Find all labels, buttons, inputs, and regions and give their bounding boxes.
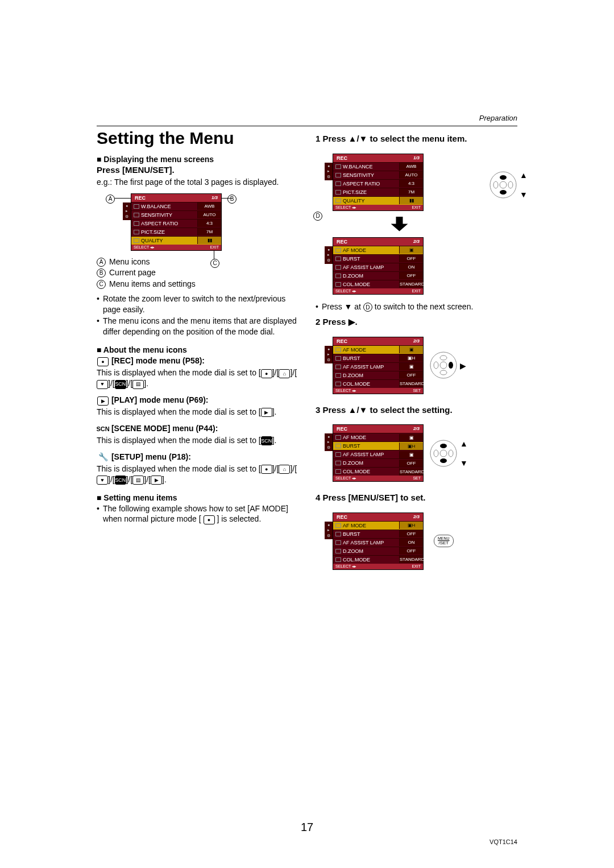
menu-title: REC — [337, 338, 347, 344]
scn-icon: SCN — [261, 436, 272, 445]
menu-row: SENSITIVITYAUTO — [333, 171, 423, 179]
menu-diagram-1: A B ●▸⚙ REC1/3 W.BALANCEAWBSENSITIVITYAU… — [131, 193, 298, 251]
svg-point-9 — [434, 362, 438, 369]
svg-point-2 — [500, 190, 507, 195]
menu-side-icons: ●▸⚙ — [325, 433, 333, 451]
svg-point-7 — [440, 356, 447, 360]
menu-rows: AF MODE▣BURST▣HAF ASSIST LAMP▣D.ZOOMOFFC… — [333, 345, 423, 388]
svg-point-8 — [440, 370, 447, 375]
play-mode-icon: ▶ — [261, 408, 272, 417]
menu-row: BURSTOFF — [333, 254, 423, 263]
menu-page: 2/3 — [413, 338, 420, 344]
legend-a: Menu icons — [109, 257, 150, 268]
legend-b-icon: B — [97, 268, 106, 278]
svg-point-4 — [508, 181, 513, 188]
callout-b: B — [227, 195, 237, 204]
mode-icon: ▤ — [132, 476, 144, 485]
menu-side-icons: ●▸⚙ — [325, 522, 333, 539]
scene-label: [SCENE MODE] menu (P44): — [111, 424, 218, 433]
play-mode-icon: ▶ — [151, 476, 162, 485]
press-menu-set: Press [MENU/SET]. — [97, 165, 298, 175]
menu-row: COL.MODESTANDARD — [333, 379, 423, 388]
menu-foot-l: SELECT ◂▸ — [134, 245, 155, 250]
svg-point-13 — [440, 444, 447, 448]
page-title: Setting the Menu — [97, 129, 298, 148]
rec-mode-row: ● [REC] mode menu (P58): — [97, 356, 298, 366]
step1-note: Press ▼ at D to switch to the next scree… — [316, 301, 517, 312]
menu-side-icons: ●▸⚙ — [123, 202, 131, 220]
menu-row: QUALITY▮▮ — [333, 196, 423, 205]
scn-icon: SCN — [115, 380, 126, 389]
menu-page: 2/3 — [413, 514, 420, 520]
menu-row: COL.MODESTANDARD — [333, 467, 423, 476]
menu-side-icons: ●▸⚙ — [325, 163, 333, 180]
menu-foot-r: EXIT — [412, 205, 421, 210]
menu-row: AF ASSIST LAMP▣ — [333, 450, 423, 458]
mode-icon: ● — [261, 465, 272, 474]
rec-label: [REC] mode menu (P58): — [111, 356, 205, 365]
menu-row: D.ZOOMOFF — [333, 547, 423, 555]
step-3: 3 Press ▲/▼ to select the setting. — [316, 404, 517, 416]
menu-row: QUALITY▮▮ — [131, 236, 221, 245]
menu-foot-r: EXIT — [210, 245, 219, 250]
scene-body: This is displayed when the mode dial is … — [97, 435, 298, 446]
menu-diagram-s3: ●▸⚙ REC2/3 AF MODE▣BURST▣HAF ASSIST LAMP… — [333, 424, 424, 482]
menu-row: BURSTOFF — [333, 530, 423, 538]
down-arrow-icon — [391, 217, 408, 232]
svg-point-10 — [449, 362, 453, 369]
menu-page: 1/3 — [211, 195, 218, 201]
menu-row: SENSITIVITYAUTO — [131, 210, 221, 219]
section-header: Preparation — [97, 114, 517, 122]
svg-point-16 — [449, 450, 453, 457]
menu-row: PICT.SIZE7M — [131, 228, 221, 236]
menu-side-icons: ●▸⚙ — [325, 246, 333, 264]
svg-point-5 — [500, 181, 507, 188]
dpad-up-down: ▲ ▼ — [429, 439, 458, 468]
dpad-right: ▶ — [429, 351, 458, 379]
menu-title: REC — [337, 155, 347, 161]
menu-foot-l: SELECT ◂▸ — [335, 205, 356, 210]
menu-row: PICT.SIZE7M — [333, 188, 423, 196]
menu-title: REC — [337, 239, 347, 245]
menu-foot-l: SELECT ◂▸ — [335, 476, 356, 481]
mode-icon: ⌂ — [279, 369, 290, 378]
menu-row: BURST▣H — [333, 441, 423, 450]
menu-foot-l: SELECT ◂▸ — [335, 564, 356, 569]
setup-label: [SETUP] menu (P18): — [111, 452, 191, 461]
callout-c: C — [210, 259, 219, 268]
step-4: 4 Press [MENU/SET] to set. — [316, 492, 517, 503]
menu-diagram-s1b: ●▸⚙ REC2/3 AF MODE▣BURSTOFFAF ASSIST LAM… — [333, 237, 483, 295]
menu-page: 1/3 — [413, 155, 420, 161]
menu-side-icons: ●▸⚙ — [325, 346, 333, 363]
menu-diagram-s4: ●▸⚙ REC2/3 AF MODE▣HBURSTOFFAF ASSIST LA… — [333, 512, 424, 570]
menu-rows: AF MODE▣BURSTOFFAF ASSIST LAMPOND.ZOOMOF… — [333, 246, 423, 288]
menu-row: COL.MODESTANDARD — [333, 280, 423, 288]
legend-list: AMenu icons BCurrent page CMenu items an… — [97, 257, 298, 290]
camera-icon: ● — [97, 357, 109, 366]
wrench-icon: 🔧 — [97, 452, 109, 462]
example-text: e.g.: The first page of the total 3 page… — [97, 177, 298, 188]
menu-foot-l: SELECT ◂▸ — [335, 289, 356, 294]
right-column: 1 Press ▲/▼ to select the menu item. ●▸⚙… — [316, 129, 517, 576]
page-number: 17 — [301, 821, 313, 833]
menu-row: ASPECT RATIO4:3 — [131, 219, 221, 228]
mode-icon: ♥ — [97, 476, 108, 485]
svg-point-1 — [500, 175, 507, 180]
play-mode-row: ▶ [PLAY] mode menu (P69): — [97, 395, 298, 406]
menu-page: 2/3 — [413, 239, 420, 245]
menu-row: D.ZOOMOFF — [333, 371, 423, 379]
svg-point-11 — [440, 362, 447, 369]
rule — [97, 126, 517, 126]
section-displaying: Displaying the menu screens — [97, 155, 298, 164]
menu-box-1: REC1/3 W.BALANCEAWBSENSITIVITYAUTOASPECT… — [131, 193, 222, 251]
rec-body: This is displayed when the mode dial is … — [97, 367, 298, 389]
svg-point-15 — [434, 450, 438, 457]
play-body: This is displayed when the mode dial is … — [97, 407, 298, 418]
menu-title: REC — [337, 514, 347, 520]
menu-row: AF MODE▣ — [333, 246, 423, 254]
menu-foot-l: SELECT ◂▸ — [335, 388, 356, 393]
tip-1: Rotate the zoom lever to switch to the n… — [97, 294, 298, 315]
menu-title: REC — [135, 195, 146, 201]
menu-rows: W.BALANCEAWBSENSITIVITYAUTOASPECT RATIO4… — [333, 162, 423, 205]
legend-c: Menu items and settings — [109, 279, 196, 290]
